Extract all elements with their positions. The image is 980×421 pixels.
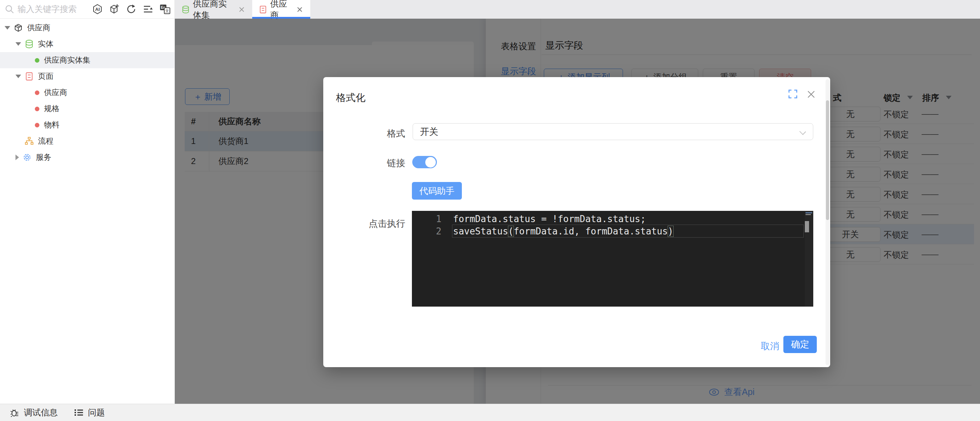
link-toggle[interactable] xyxy=(412,156,437,168)
page-icon xyxy=(24,72,34,81)
page-dot-icon xyxy=(35,91,40,95)
fullscreen-icon[interactable] xyxy=(788,89,797,99)
caret-right-icon[interactable] xyxy=(16,155,19,160)
dialog-title: 格式化 xyxy=(336,91,366,105)
line-number: 2 xyxy=(412,226,441,236)
database-icon xyxy=(182,5,189,14)
code-line-2: saveStatus(formData.id, formData.status) xyxy=(441,226,673,236)
caret-down-icon[interactable] xyxy=(16,75,21,78)
search-input[interactable] xyxy=(18,4,81,14)
tree-item-label: 实体 xyxy=(38,39,54,49)
debug-info-button[interactable]: 调试信息 xyxy=(10,407,58,418)
page-dot-icon xyxy=(35,123,40,128)
format-select[interactable]: 开关 xyxy=(413,123,813,140)
close-icon[interactable] xyxy=(807,90,816,99)
editor-scrollbar-thumb[interactable] xyxy=(805,221,809,232)
database-icon xyxy=(24,39,34,49)
tree-item-entities[interactable]: 实体 xyxy=(0,36,175,52)
svg-text:AI: AI xyxy=(95,7,100,12)
tree-item-label: 服务 xyxy=(36,152,51,163)
debug-bug-icon xyxy=(10,408,20,418)
tree-item-supplier-root[interactable]: 供应商 xyxy=(0,20,175,36)
tree-item-spec-page[interactable]: 规格 xyxy=(0,100,175,117)
sidebar-toolbar: AI xyxy=(0,0,175,19)
tab-bar: 供应商实体集 供应商 xyxy=(175,0,980,19)
tree-item-label: 供应商 xyxy=(44,87,67,98)
bracket-match: ( xyxy=(508,226,514,236)
code-line-1: formData.status = !formData.status; xyxy=(441,214,646,224)
tree-item-flow[interactable]: 流程 xyxy=(0,133,175,149)
page-icon xyxy=(259,5,267,14)
ai-assistant-icon[interactable]: AI xyxy=(91,3,103,15)
tree-item-label: 物料 xyxy=(44,120,59,130)
package-icon xyxy=(13,23,23,33)
page-dot-icon xyxy=(35,107,40,111)
code-editor[interactable]: 1 formData.status = !formData.status; 2 … xyxy=(412,211,813,306)
chevron-down-icon xyxy=(800,129,806,135)
tree-item-label: 页面 xyxy=(38,71,54,82)
gear-icon xyxy=(22,152,32,162)
active-tab-underline xyxy=(252,17,310,19)
tree-item-label: 规格 xyxy=(44,104,59,114)
tree-item-label: 供应商 xyxy=(27,22,50,33)
project-tree-sidebar: 供应商 实体 供应商实体集 xyxy=(0,19,175,404)
tree-item-services[interactable]: 服务 xyxy=(0,149,175,166)
outline-list-icon[interactable] xyxy=(142,3,154,15)
tree-item-label: 流程 xyxy=(38,136,54,147)
entity-dot-icon xyxy=(35,58,40,63)
problems-label: 问题 xyxy=(88,407,105,418)
ok-button[interactable]: 确定 xyxy=(783,336,817,353)
problems-list-icon xyxy=(74,408,84,417)
tree-item-pages[interactable]: 页面 xyxy=(0,68,175,85)
tree-item-material-page[interactable]: 物料 xyxy=(0,117,175,133)
tree-item-supplier-page[interactable]: 供应商 xyxy=(0,85,175,100)
line-number: 1 xyxy=(412,214,441,224)
app-window: ＋ 新增 # 供应商名称 1 供货商1 2 供应商2 表格设置 显示字段 xyxy=(0,0,980,421)
refresh-icon[interactable] xyxy=(125,3,137,15)
flow-icon xyxy=(24,136,34,146)
modal-scrollbar xyxy=(826,79,829,365)
tab-close-icon[interactable] xyxy=(296,6,303,13)
format-select-value: 开关 xyxy=(420,126,438,138)
format-field-label: 格式 xyxy=(356,128,405,140)
cancel-button[interactable]: 取消 xyxy=(756,338,784,354)
bracket-match: ) xyxy=(668,226,674,236)
toggle-knob xyxy=(425,157,436,167)
svg-text:文: 文 xyxy=(165,9,169,13)
tab-label: 供应商实体集 xyxy=(193,0,235,21)
modal-scrollbar-thumb[interactable] xyxy=(826,100,829,220)
status-bar: 调试信息 问题 xyxy=(0,404,980,421)
code-assistant-button[interactable]: 代码助手 xyxy=(412,182,462,199)
click-exec-label: 点击执行 xyxy=(356,217,405,230)
caret-down-icon[interactable] xyxy=(5,26,10,30)
link-field-label: 链接 xyxy=(356,157,405,169)
debug-info-label: 调试信息 xyxy=(24,407,58,418)
search-icon xyxy=(5,5,14,14)
tree-item-label: 供应商实体集 xyxy=(44,55,91,65)
format-dialog: 格式化 格式 开关 链接 代码助手 点击执行 1 formData.s xyxy=(323,77,830,367)
translate-icon[interactable]: En 文 xyxy=(159,3,171,15)
tab-close-icon[interactable] xyxy=(238,6,245,13)
tab-supplier[interactable]: 供应商 xyxy=(252,0,310,19)
caret-down-icon[interactable] xyxy=(16,42,21,46)
tab-supplier-entity-set[interactable]: 供应商实体集 xyxy=(175,0,252,19)
tree-item-supplier-entity-set[interactable]: 供应商实体集 xyxy=(0,52,175,68)
add-module-icon[interactable] xyxy=(108,3,120,15)
problems-button[interactable]: 问题 xyxy=(74,407,105,418)
